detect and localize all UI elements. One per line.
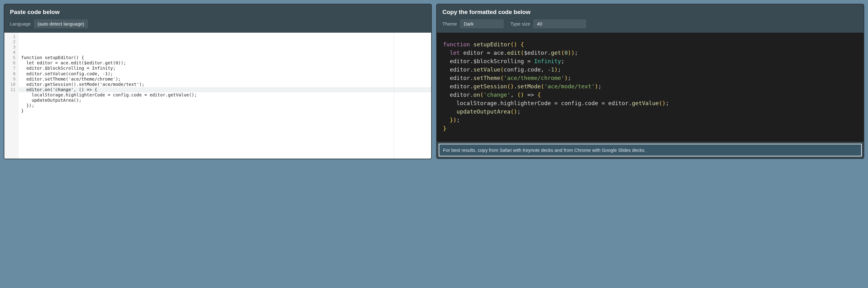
code-line: localStorage.highlighterCode = config.co… bbox=[21, 92, 429, 98]
size-input[interactable]: 40 bbox=[533, 19, 586, 28]
line-number: 9 bbox=[4, 76, 16, 82]
line-number: 10 bbox=[4, 82, 16, 87]
theme-label: Theme bbox=[442, 21, 457, 26]
code-line: editor.$blockScrolling = Infinity; bbox=[21, 66, 429, 71]
output-line: function setupEditor() { bbox=[443, 40, 858, 49]
line-number: 11 bbox=[4, 87, 16, 92]
code-line: editor.getSession().setMode('ace/mode/te… bbox=[21, 82, 429, 87]
code-line: } bbox=[21, 108, 429, 114]
output-line: let editor = ace.edit($editor.get(0)); bbox=[443, 49, 858, 57]
editor-content[interactable]: function setupEditor() { let editor = ac… bbox=[19, 33, 431, 159]
output-line: updateOutputArea(); bbox=[443, 107, 858, 116]
code-line: editor.on('change', () => { bbox=[21, 87, 429, 92]
editor-gutter: 1234567891011 bbox=[4, 33, 19, 159]
output-line: } bbox=[443, 124, 858, 132]
input-panel-header: Paste code below Language (auto detect l… bbox=[4, 4, 431, 33]
code-line: }); bbox=[21, 103, 429, 108]
language-label: Language bbox=[10, 21, 31, 26]
line-number: 1 bbox=[4, 34, 16, 39]
size-control: Type size 40 bbox=[510, 19, 586, 28]
language-select[interactable]: (auto detect language) bbox=[34, 19, 88, 28]
formatted-output[interactable]: function setupEditor() { let editor = ac… bbox=[437, 33, 864, 142]
line-number: 2 bbox=[4, 39, 16, 44]
output-line: }); bbox=[443, 116, 858, 124]
input-controls: Language (auto detect language) bbox=[10, 19, 426, 28]
language-control: Language (auto detect language) bbox=[10, 19, 88, 28]
theme-control: Theme Dark bbox=[442, 19, 504, 28]
line-number: 8 bbox=[4, 71, 16, 76]
output-line: editor.setTheme('ace/theme/chrome'); bbox=[443, 74, 858, 82]
tip-message: For best results, copy from Safari with … bbox=[439, 144, 862, 156]
output-controls: Theme Dark Type size 40 bbox=[442, 19, 858, 28]
input-panel: Paste code below Language (auto detect l… bbox=[4, 4, 432, 159]
line-number: 6 bbox=[4, 60, 16, 66]
code-editor[interactable]: 1234567891011 function setupEditor() { l… bbox=[4, 33, 431, 159]
output-panel: Copy the formatted code below Theme Dark… bbox=[436, 4, 864, 159]
output-line: editor.getSession().setMode('ace/mode/te… bbox=[443, 82, 858, 91]
code-line: let editor = ace.edit($editor.get(0)); bbox=[21, 60, 429, 66]
output-panel-title: Copy the formatted code below bbox=[442, 9, 858, 15]
input-panel-title: Paste code below bbox=[10, 9, 426, 15]
code-line: editor.setTheme('ace/theme/chrome'); bbox=[21, 76, 429, 82]
code-line: updateOutputArea(); bbox=[21, 98, 429, 103]
output-line: editor.$blockScrolling = Infinity; bbox=[443, 57, 858, 65]
line-number: 3 bbox=[4, 44, 16, 50]
code-line: function setupEditor() { bbox=[21, 55, 429, 60]
line-number: 7 bbox=[4, 66, 16, 71]
size-label: Type size bbox=[510, 21, 530, 26]
theme-select[interactable]: Dark bbox=[460, 19, 504, 28]
output-line: localStorage.highlighterCode = config.co… bbox=[443, 99, 858, 107]
code-line: editor.setValue(config.code, -1); bbox=[21, 71, 429, 76]
line-number: 4 bbox=[4, 50, 16, 55]
output-line: editor.on('change', () => { bbox=[443, 91, 858, 99]
line-number: 5 bbox=[4, 55, 16, 60]
output-panel-header: Copy the formatted code below Theme Dark… bbox=[437, 4, 864, 33]
output-line: editor.setValue(config.code, -1); bbox=[443, 65, 858, 74]
